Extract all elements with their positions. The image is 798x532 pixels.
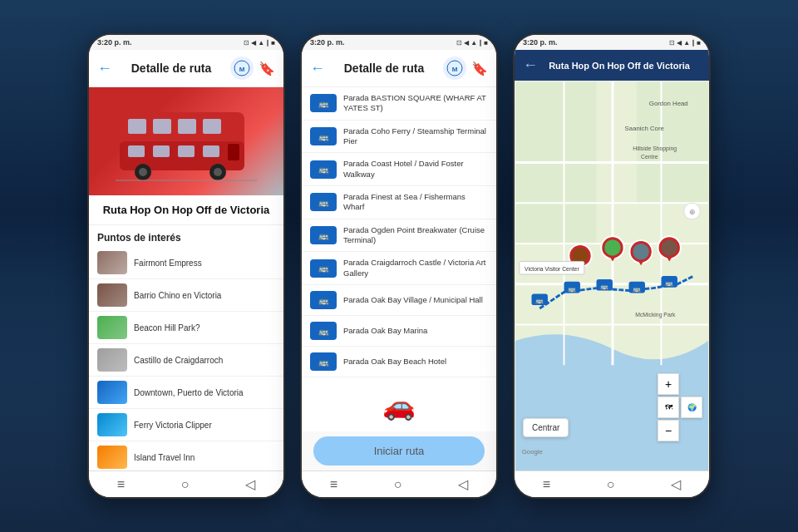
- phone-1: 3:20 p. m. ⊡ ◀ ▲ ∥ ■ ← Detalle de ruta M…: [87, 33, 285, 499]
- status-icons-2: ⊡ ◀ ▲ ∥ ■: [456, 39, 488, 47]
- back-icon-2[interactable]: ◁: [458, 476, 468, 492]
- poi-name-1: Barrio Chino en Victoria: [134, 291, 221, 300]
- home-icon-1[interactable]: ○: [181, 477, 190, 492]
- svg-rect-12: [228, 144, 239, 160]
- stop-item-0: 🚌 Parada BASTION SQUARE (WHARF AT YATES …: [302, 87, 496, 121]
- back-icon-1[interactable]: ◁: [245, 476, 255, 492]
- svg-rect-10: [178, 145, 195, 157]
- stop-name-0: Parada BASTION SQUARE (WHARF AT YATES ST…: [343, 93, 488, 114]
- terrain-button[interactable]: 🌍: [681, 397, 702, 418]
- poi-item-1: Barrio Chino en Victoria: [89, 279, 283, 312]
- bus-icon-3: 🚌: [310, 193, 337, 211]
- phone-2-content: 🚌 Parada BASTION SQUARE (WHARF AT YATES …: [302, 87, 496, 470]
- status-icons-1: ⊡ ◀ ▲ ∥ ■: [244, 39, 275, 47]
- bus-icon-4: 🚌: [310, 226, 337, 244]
- poi-item-4: Downtown, Puerto de Victoria: [89, 377, 283, 409]
- status-bar-3: 3:20 p. m. ⊡ ◀ ▲ ∥ ■: [515, 35, 709, 50]
- poi-name-4: Downtown, Puerto de Victoria: [134, 388, 244, 397]
- bus-icon-2: 🚌: [310, 160, 337, 179]
- time-2: 3:20 p. m.: [310, 38, 345, 47]
- back-icon-3[interactable]: ◁: [671, 476, 681, 492]
- stop-name-6: Parada Oak Bay Village / Municipal Hall: [343, 295, 483, 305]
- poi-thumb-3: [97, 348, 127, 372]
- svg-rect-5: [153, 119, 171, 134]
- svg-text:M: M: [452, 66, 458, 73]
- back-button-3[interactable]: ←: [523, 57, 538, 74]
- poi-list: Fairmont Empress Barrio Chino en Victori…: [89, 247, 283, 470]
- car-icon-area: 🚗: [302, 380, 496, 431]
- nav-right-1: M 🔖: [230, 57, 275, 80]
- bottom-nav-1: ≡ ○ ◁: [89, 470, 283, 497]
- time-1: 3:20 p. m.: [97, 38, 132, 47]
- car-icon: 🚗: [382, 390, 416, 421]
- time-3: 3:20 p. m.: [523, 38, 558, 47]
- svg-text:M: M: [239, 66, 245, 73]
- svg-point-47: [604, 239, 621, 256]
- stop-item-7: 🚌 Parada Oak Bay Marina: [302, 316, 496, 347]
- svg-rect-9: [153, 145, 170, 157]
- stop-name-7: Parada Oak Bay Marina: [343, 326, 427, 336]
- svg-text:Hillside Shopping: Hillside Shopping: [633, 145, 677, 152]
- bus-icon-1: 🚌: [310, 127, 337, 145]
- nav-title-3: Ruta Hop On Hop Off de Victoria: [538, 61, 701, 71]
- iniciar-ruta-button[interactable]: Iniciar ruta: [313, 436, 485, 466]
- poi-name-3: Castillo de Craigdarroch: [134, 356, 223, 365]
- svg-text:Gordon Head: Gordon Head: [649, 100, 688, 107]
- route-title-1: Ruta Hop On Hop Off de Victoria: [89, 195, 283, 225]
- back-button-1[interactable]: ←: [97, 60, 112, 77]
- stop-name-5: Parada Craigdarroch Castle / Victoria Ar…: [343, 258, 488, 278]
- home-icon-2[interactable]: ○: [394, 477, 402, 492]
- nav-right-2: M 🔖: [443, 57, 488, 80]
- poi-item-6: Island Travel Inn: [89, 441, 283, 470]
- svg-point-53: [661, 239, 677, 256]
- centrar-button[interactable]: Centrar: [523, 418, 569, 437]
- svg-text:🚌: 🚌: [600, 282, 608, 290]
- phone-3: 3:20 p. m. ⊡ ◀ ▲ ∥ ■ ← Ruta Hop On Hop O…: [513, 33, 711, 499]
- svg-text:🚌: 🚌: [568, 284, 576, 293]
- nav-bar-1: ← Detalle de ruta M 🔖: [89, 50, 283, 87]
- phone-2: 3:20 p. m. ⊡ ◀ ▲ ∥ ■ ← Detalle de ruta M…: [300, 33, 498, 499]
- svg-text:🚌: 🚌: [665, 278, 673, 287]
- nav-bar-3: ← Ruta Hop On Hop Off de Victoria: [515, 50, 709, 81]
- bookmark-2[interactable]: 🔖: [471, 61, 488, 76]
- svg-rect-11: [203, 145, 219, 157]
- svg-text:Centre: Centre: [641, 154, 658, 160]
- menu-icon-1[interactable]: ≡: [117, 477, 125, 492]
- bus-icon-5: 🚌: [310, 259, 337, 278]
- menu-icon-2[interactable]: ≡: [330, 477, 337, 492]
- poi-name-6: Island Travel Inn: [134, 453, 195, 462]
- bookmark-1[interactable]: 🔖: [259, 61, 275, 76]
- bus-icon-8: 🚌: [310, 352, 337, 371]
- bottom-nav-3: ≡ ○ ◁: [515, 470, 709, 497]
- menu-icon-3[interactable]: ≡: [543, 477, 550, 492]
- stop-name-3: Parada Finest at Sea / Fishermans Wharf: [343, 192, 488, 213]
- stop-item-8: 🚌 Parada Oak Bay Beach Hotel: [302, 347, 496, 377]
- bus-icon-7: 🚌: [310, 322, 337, 340]
- back-button-2[interactable]: ←: [310, 60, 325, 77]
- logo-2: M: [443, 57, 466, 80]
- svg-text:Saanich Core: Saanich Core: [625, 125, 664, 132]
- logo-1: M: [230, 57, 254, 80]
- svg-text:🚌: 🚌: [535, 296, 544, 304]
- hero-image-1: [89, 87, 283, 195]
- svg-text:McMicking Park: McMicking Park: [635, 312, 676, 318]
- poi-thumb-2: [97, 316, 127, 339]
- zoom-out-button[interactable]: −: [658, 420, 679, 441]
- svg-point-16: [214, 168, 222, 176]
- nav-title-2: Detalle de ruta: [325, 62, 443, 75]
- poi-name-0: Fairmont Empress: [134, 259, 202, 268]
- nav-bar-2: ← Detalle de ruta M 🔖: [302, 50, 496, 87]
- poi-name-5: Ferry Victoria Clipper: [134, 421, 212, 430]
- zoom-in-button[interactable]: +: [658, 373, 679, 395]
- satellite-button[interactable]: 🗺: [658, 397, 679, 418]
- stop-item-4: 🚌 Parada Ogden Point Breakwater (Cruise …: [302, 219, 496, 253]
- stop-name-4: Parada Ogden Point Breakwater (Cruise Te…: [343, 225, 488, 246]
- home-icon-3[interactable]: ○: [607, 477, 615, 492]
- poi-section-label: Puntos de interés: [89, 225, 283, 247]
- stop-name-1: Parada Coho Ferry / Steamship Terminal P…: [343, 126, 488, 147]
- phone-1-content: Ruta Hop On Hop Off de Victoria Puntos d…: [89, 87, 283, 470]
- poi-thumb-5: [97, 413, 127, 436]
- stop-item-2: 🚌 Parada Coast Hotel / David Foster Walk…: [302, 153, 496, 186]
- svg-text:Victoria Visitor Center: Victoria Visitor Center: [525, 266, 579, 272]
- bottom-nav-2: ≡ ○ ◁: [302, 470, 496, 497]
